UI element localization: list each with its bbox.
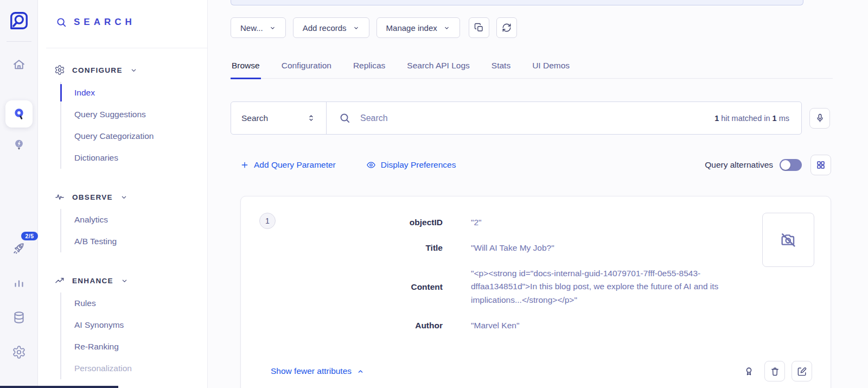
chevron-down-icon [120,277,129,285]
search-input[interactable] [360,113,705,123]
tab-ui-demos[interactable]: UI Demos [531,55,571,79]
trending-up-icon [54,275,65,286]
sidebar-item-personalization[interactable]: Personalization [61,358,207,379]
search-icon [55,16,67,28]
field-row-title: Title "Will AI Take My Job?" [241,241,831,255]
upgrade-rocket-icon[interactable]: 2/5 [7,236,31,260]
copy-icon[interactable] [469,17,489,38]
search-stats: 1 hit matched in 1 ms [714,114,789,123]
field-value: "2" [471,216,753,230]
add-records-label: Add records [303,23,347,33]
search-sidebar: SEARCH CONFIGURE Index Query Suggestions… [38,0,208,388]
query-alternatives-label: Query alternatives [705,160,773,170]
index-toolbar: New... Add records Manage index [231,17,868,38]
field-value: "Marvel Ken" [471,319,753,333]
search-row: Search 1 hit matched in 1 ms [231,101,830,135]
tab-search-api-logs[interactable]: Search API Logs [406,55,470,79]
sidebar-item-ai-synonyms[interactable]: AI Synonyms [61,314,207,336]
stats-text: hit matched in [719,114,772,123]
rail-bottom-group: 2/5 [7,236,31,370]
gear-icon [54,65,65,75]
new-button-label: New... [240,23,263,33]
sidebar-item-re-ranking[interactable]: Re-Ranking [61,336,207,358]
section-enhance-header[interactable]: ENHANCE [54,275,207,286]
delete-record-icon[interactable] [764,361,785,381]
add-query-parameter-label: Add Query Parameter [254,160,336,170]
gear-icon[interactable] [7,340,31,364]
chevron-up-icon [356,367,365,376]
home-icon[interactable] [7,53,31,77]
field-value: "<p><strong id="docs-internal-guid-14079… [471,267,753,307]
index-selector-partial [231,0,803,5]
display-preferences-link[interactable]: Display Preferences [366,160,456,170]
section-observe-header[interactable]: OBSERVE [54,192,207,202]
grid-view-icon[interactable] [810,155,831,175]
product-title: SEARCH [74,17,136,28]
sidebar-item-query-categorization[interactable]: Query Categorization [61,125,207,147]
manage-index-button[interactable]: Manage index [376,17,460,38]
add-query-parameter-link[interactable]: Add Query Parameter [240,160,336,170]
field-label: Author [258,321,443,330]
app-rail: 2/5 [0,0,38,388]
index-tabs: Browse Configuration Replicas Search API… [231,55,833,79]
search-mode-value: Search [241,113,268,123]
query-alternatives-toggle[interactable] [780,159,802,171]
section-configure: CONFIGURE Index Query Suggestions Query … [38,65,207,169]
sidebar-item-rules[interactable]: Rules [61,292,207,314]
hit-footer: Show fewer attributes [241,361,831,381]
tab-configuration[interactable]: Configuration [280,55,333,79]
section-label: ENHANCE [72,277,113,285]
manage-index-label: Manage index [386,23,437,33]
section-observe: OBSERVE Analytics A/B Testing [38,192,207,252]
image-placeholder [762,213,814,267]
hit-rank-badge: 1 [259,213,276,229]
query-controls-row: Add Query Parameter Display Preferences … [231,155,831,175]
refresh-icon[interactable] [496,17,517,38]
eye-icon [366,160,376,170]
section-enhance: ENHANCE Rules AI Synonyms Re-Ranking Per… [38,275,207,379]
chevron-down-icon [443,24,450,31]
show-fewer-attributes-link[interactable]: Show fewer attributes [271,366,365,376]
field-value: "Will AI Take My Job?" [471,241,753,255]
sidebar-item-index[interactable]: Index [61,82,207,104]
search-input-wrap: 1 hit matched in 1 ms [327,102,801,134]
time-value: 1 [773,114,777,123]
bar-chart-icon[interactable] [7,271,31,295]
main-content: New... Add records Manage index Browse C… [208,0,868,388]
new-button[interactable]: New... [231,17,286,38]
product-header: SEARCH [38,16,207,28]
search-mode-select[interactable]: Search [231,102,327,134]
bottom-edge-strip [0,386,118,388]
database-icon[interactable] [7,306,31,329]
section-label: CONFIGURE [72,66,123,74]
rail-divider [7,41,31,42]
section-configure-header[interactable]: CONFIGURE [54,65,207,75]
search-bar: Search 1 hit matched in 1 ms [231,101,802,135]
updown-chevrons-icon [307,113,316,123]
sidebar-item-ab-testing[interactable]: A/B Testing [61,231,207,252]
tab-browse[interactable]: Browse [231,55,261,79]
search-product-icon[interactable] [5,100,33,128]
chevron-down-icon [353,24,360,31]
stats-unit: ms [777,114,789,123]
sidebar-item-query-suggestions[interactable]: Query Suggestions [61,104,207,125]
sidebar-item-dictionaries[interactable]: Dictionaries [61,147,207,169]
field-row-objectid: objectID "2" [241,216,831,230]
plus-icon [240,161,249,169]
hit-actions [739,361,812,381]
edit-record-icon[interactable] [792,361,812,381]
field-label: objectID [258,218,443,227]
ranking-info-icon[interactable] [739,362,758,380]
tab-stats[interactable]: Stats [490,55,512,79]
chevron-down-icon [269,24,276,31]
chevron-down-icon [130,66,138,74]
pulse-icon [54,192,65,202]
field-label: Title [258,243,443,253]
algolia-logo[interactable] [7,9,31,33]
add-records-button[interactable]: Add records [293,17,369,38]
sidebar-item-analytics[interactable]: Analytics [61,209,207,231]
tab-replicas[interactable]: Replicas [352,55,386,79]
hit-fields: objectID "2" Title "Will AI Take My Job?… [241,216,831,333]
microphone-icon[interactable] [809,108,830,129]
recommend-icon[interactable] [7,133,31,157]
